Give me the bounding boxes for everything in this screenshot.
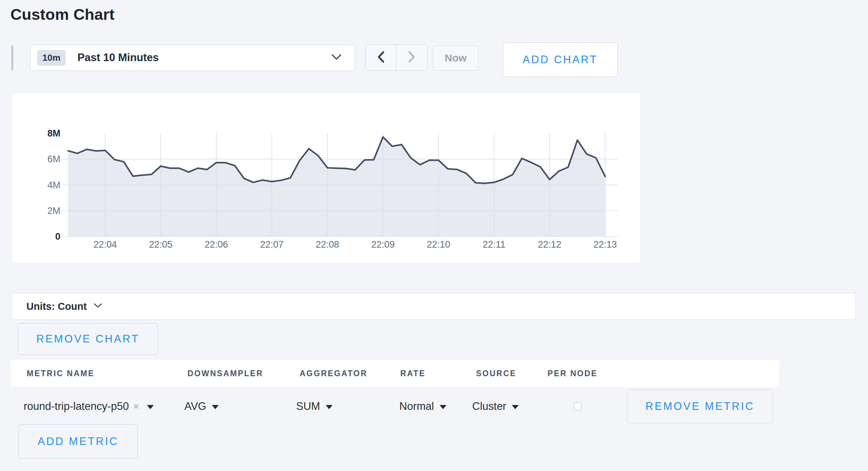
dropdown-arrow-icon xyxy=(212,405,219,409)
x-axis-label: 22:04 xyxy=(93,239,117,250)
x-axis-label: 22:13 xyxy=(593,239,617,250)
downsampler-value: AVG xyxy=(184,400,206,413)
x-axis-label: 22:10 xyxy=(427,239,450,250)
shift-forward-button[interactable] xyxy=(397,45,427,71)
dropdown-arrow-icon xyxy=(440,405,446,409)
y-axis-label: 6M xyxy=(12,154,60,165)
x-axis-label: 22:09 xyxy=(371,239,395,250)
column-header-metric-name: METRIC NAME xyxy=(27,360,94,387)
column-header-per-node: PER NODE xyxy=(548,360,598,387)
clear-metric-icon[interactable]: × xyxy=(133,400,139,412)
chevron-down-icon xyxy=(94,303,102,309)
source-select[interactable]: Cluster xyxy=(472,400,519,413)
aggregator-select[interactable]: SUM xyxy=(296,400,333,413)
add-chart-button[interactable]: ADD CHART xyxy=(503,42,618,77)
rate-value: Normal xyxy=(399,400,434,413)
per-node-checkbox[interactable] xyxy=(574,402,582,411)
latency-area-chart xyxy=(12,93,641,264)
x-axis-label: 22:12 xyxy=(538,239,561,250)
chevron-down-icon xyxy=(331,54,342,61)
column-header-aggregator: AGGREGATOR xyxy=(300,360,367,387)
remove-metric-button[interactable]: REMOVE METRIC xyxy=(627,390,773,423)
page-title: Custom Chart xyxy=(10,6,115,24)
column-header-rate: RATE xyxy=(400,360,426,387)
aggregator-value: SUM xyxy=(296,400,320,413)
rate-select[interactable]: Normal xyxy=(399,400,446,413)
dropdown-arrow-icon xyxy=(512,405,519,409)
toolbar-accent-bar xyxy=(11,46,13,71)
x-axis-label: 22:11 xyxy=(483,239,506,250)
x-axis-label: 22:07 xyxy=(260,239,284,250)
chevron-left-icon xyxy=(377,51,385,65)
metric-name-value: round-trip-latency-p50 xyxy=(24,400,129,413)
source-value: Cluster xyxy=(472,400,506,413)
now-button[interactable]: Now xyxy=(433,46,478,71)
add-metric-button[interactable]: ADD METRIC xyxy=(18,424,138,458)
time-shift-button-group xyxy=(365,44,427,71)
downsampler-select[interactable]: AVG xyxy=(184,400,219,413)
column-header-source: SOURCE xyxy=(476,360,516,387)
dropdown-arrow-icon xyxy=(326,405,333,409)
chart-card: 8M6M4M2M022:0422:0522:0622:0722:0822:092… xyxy=(11,92,641,263)
y-axis-label: 2M xyxy=(12,205,60,216)
dropdown-arrow-icon xyxy=(147,405,154,409)
units-dropdown[interactable]: Units: Count xyxy=(11,293,856,320)
column-header-downsampler: DOWNSAMPLER xyxy=(187,360,263,387)
time-range-badge: 10m xyxy=(37,50,66,66)
metrics-table-header: METRIC NAME DOWNSAMPLER AGGREGATOR RATE … xyxy=(11,360,779,387)
chevron-right-icon xyxy=(408,51,416,65)
y-axis-label: 0 xyxy=(12,231,60,242)
remove-chart-button[interactable]: REMOVE CHART xyxy=(18,323,158,355)
time-range-dropdown[interactable]: 10m Past 10 Minutes xyxy=(30,44,355,71)
shift-back-button[interactable] xyxy=(366,45,397,71)
y-axis-label: 8M xyxy=(12,128,60,139)
y-axis-label: 4M xyxy=(12,180,60,190)
metric-name-select[interactable]: round-trip-latency-p50 × xyxy=(24,400,154,413)
time-range-label: Past 10 Minutes xyxy=(77,51,159,64)
x-axis-label: 22:05 xyxy=(149,239,173,250)
x-axis-label: 22:06 xyxy=(205,239,228,250)
units-label: Units: Count xyxy=(26,301,87,312)
x-axis-label: 22:08 xyxy=(316,239,339,250)
